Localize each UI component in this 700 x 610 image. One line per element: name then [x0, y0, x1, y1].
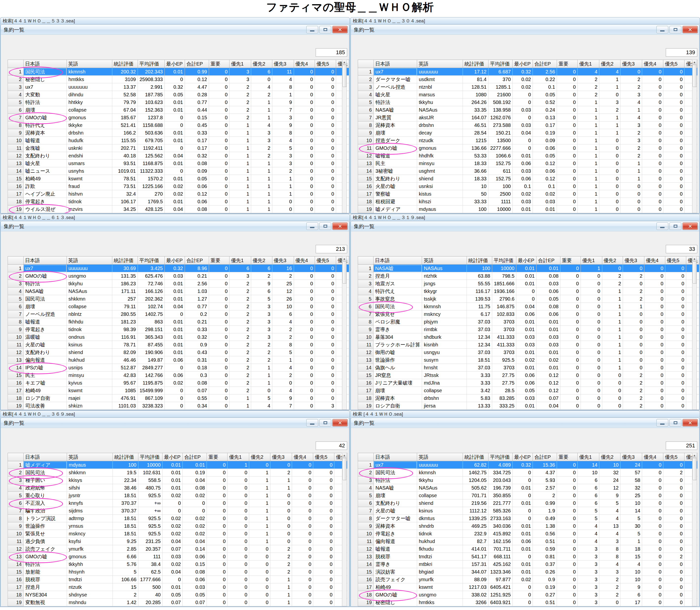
column-header[interactable]: 最小EP: [513, 453, 533, 461]
table-row[interactable]: 11火星の嘘ksinus78.7187.4550.010.9022800: [8, 341, 349, 349]
table-row[interactable]: 13嘘火星usmars93.511168.8750.010.08011300: [8, 160, 349, 167]
column-header[interactable]: 優先1: [228, 453, 249, 461]
table-row[interactable]: 7火星の嘘ksinus1112.12585.32601.90541400: [358, 507, 698, 515]
table-row[interactable]: 17崩壊collapse3.4228.50.050.12000200: [358, 387, 699, 395]
table-row[interactable]: 13民主minsyu18.33152.750.060.12010100: [358, 160, 698, 167]
column-header[interactable]: 重要: [561, 256, 581, 264]
table-row[interactable]: 5国民司法shkkmn257202.3620.011.270252600: [8, 295, 349, 303]
column-header[interactable]: 優先4: [642, 60, 663, 68]
column-header[interactable]: 優先4: [294, 256, 315, 264]
table-row[interactable]: 2GMOの嘘usngmo131.35625.4760.030.21032200: [8, 272, 349, 280]
scroll-down-arrow-icon[interactable]: ▼: [342, 410, 347, 410]
vertical-scroll-thumb[interactable]: [693, 458, 697, 480]
table-row[interactable]: 6支配終わりshiend219.56221.7770.010.990651000: [358, 499, 698, 507]
table-row[interactable]: 17捏造月ntzutk155000.010.03000100: [8, 583, 347, 591]
table-row[interactable]: 3特許法tkkyhu186.2372.7460.012.560292500: [8, 280, 349, 288]
column-header[interactable]: 英語: [67, 256, 112, 264]
column-header[interactable]: 平均評価: [138, 60, 165, 68]
column-header[interactable]: 優先1: [581, 256, 602, 264]
table-row[interactable]: 10停電起きtidnok232.9415.8920.010.56044500: [358, 530, 698, 537]
column-header[interactable]: 優先2: [251, 256, 272, 264]
table-row[interactable]: 14嘘ニュースusnyhs1019.0111322.33300.09011200: [8, 167, 349, 175]
search-window-titlebar[interactable]: 検索[４４１ＷＨＯ＿＿３０４.sea]: [350, 17, 700, 24]
column-header[interactable]: 優先3: [623, 256, 644, 264]
restore-button[interactable]: [319, 419, 331, 427]
vertical-scrollbar[interactable]: ▲ ▼: [342, 60, 347, 213]
table-row[interactable]: 2秘密隠しhmtkks310925908.33300.12030400: [8, 76, 349, 83]
column-header[interactable]: 優先5: [665, 256, 686, 264]
column-header[interactable]: 優先2: [249, 453, 270, 461]
column-header[interactable]: 優先3: [620, 60, 642, 68]
table-row[interactable]: 16火星の嘘usnksi101000.10.1010000: [358, 182, 698, 190]
column-header[interactable]: 合計EP: [533, 453, 557, 461]
table-row[interactable]: 12支配終わりendshi40.18125.5620.040.32012300: [8, 152, 349, 160]
minimize-button[interactable]: [656, 26, 668, 33]
table-row[interactable]: 14偽旗ヘルhrnsht37.0337030.010.01001000: [358, 364, 699, 371]
column-header[interactable]: 日本語: [23, 453, 67, 461]
table-row[interactable]: 1ux7uuuuuuu30.693.4250.328.960661600: [8, 264, 349, 272]
table-row[interactable]: 17ヘイブン廃止hishvn32.42700.020.12011100: [8, 190, 349, 198]
scroll-up-arrow-icon[interactable]: ▲: [342, 256, 347, 261]
column-header[interactable]: 日本語: [23, 60, 66, 68]
restore-button[interactable]: [669, 26, 681, 33]
column-header[interactable]: 優先5: [315, 60, 336, 68]
table-row[interactable]: 5事故窒息tsskjk139.532790.600.05001200: [358, 295, 699, 303]
table-row[interactable]: 7JR悪質akstJR164.071262.07600.13011400: [358, 114, 698, 122]
table-row[interactable]: 8泥棒資本drbshn46.51273.5880.030.17011300: [358, 122, 698, 129]
table-row[interactable]: 19ロシア自衛jiersa13.33333.250.010.04000200: [358, 402, 699, 410]
table-row[interactable]: 15支配終わりshiend18.33152.750.060.12010100: [358, 175, 698, 182]
table-row[interactable]: 18停電起きtidnok106.171769.50.010.06011000: [8, 198, 349, 206]
aggregation-window-titlebar[interactable]: 集約一覧 ✕: [351, 221, 699, 231]
search-window-titlebar[interactable]: 検索[４４１ＷＨＯ＿＿６１３.sea]: [0, 214, 350, 221]
column-header[interactable]: 平均評価: [138, 453, 163, 461]
table-row[interactable]: 3地震ガスjsngs55.551851.6660.010.03002000: [358, 280, 699, 288]
column-header[interactable]: 優先5: [313, 453, 334, 461]
column-header[interactable]: 最小EP: [516, 256, 536, 264]
table-row[interactable]: 9停電起きtidnok98.39298.1510.010.33023200: [8, 326, 349, 333]
table-row[interactable]: 15柏崎49kswmt78.511570.20.010.05011100: [8, 175, 349, 182]
table-row[interactable]: 4嘘火星marsus10802160000.05020300: [358, 91, 698, 98]
column-header[interactable]: 統計評価: [463, 60, 488, 68]
table-row[interactable]: 7GMOの嘘gmonus185.671237.800.15021300: [8, 114, 349, 122]
table-row[interactable]: 1嘘メディアmdyaus100100000.010.01010000: [8, 461, 347, 469]
column-header[interactable]: 優先1: [578, 453, 599, 461]
restore-button[interactable]: [669, 419, 681, 427]
column-header[interactable]: 優先5: [663, 453, 684, 461]
table-row[interactable]: 18泥棒資本drbshn5.8383.2850.030.07000200: [358, 395, 699, 402]
table-row[interactable]: 6崩壊collapse79.11102.740.040.770231000: [8, 303, 349, 310]
column-header[interactable]: 優先1: [230, 60, 251, 68]
table-row[interactable]: 12読売フェイクymurfk2.8520.3570.070.14000200: [8, 545, 347, 553]
column-header[interactable]: 統計評価: [463, 453, 488, 461]
table-row[interactable]: 19司法改善shkizn1101.033238.32300.34014703: [8, 402, 349, 410]
table-row[interactable]: 19変動無視mshndu1.4220.2850.070.07000100: [8, 599, 347, 606]
table-row[interactable]: 1国民司法kkmnsh200.32202.3430.010.990361100: [8, 68, 349, 76]
table-row[interactable]: 12御用の嘘usngyu37.0337030.010.01001000: [358, 349, 699, 356]
vertical-scrollbar[interactable]: ▲ ▼: [342, 256, 347, 410]
table-row[interactable]: 15民主minsyu42.83142.7660.060.3021200: [8, 371, 349, 379]
table-row[interactable]: 4政府紙幣sifshi38.46480.750.010.08001100: [8, 484, 347, 492]
minimize-button[interactable]: [306, 223, 318, 230]
column-header[interactable]: 最小EP: [163, 453, 183, 461]
column-header[interactable]: 優先2: [251, 60, 272, 68]
close-button[interactable]: ✕: [683, 223, 698, 230]
table-row[interactable]: 9世論操作yrnsus18.51925.50.020.02001000: [8, 522, 347, 530]
table-row[interactable]: 9泥棒資本shndrb469.25340.0360.011.3804133000: [358, 522, 698, 530]
column-header[interactable]: 合計EP: [183, 453, 207, 461]
table-row[interactable]: 4NASA嘘NASAus505.62196.7390.012.570612320…: [358, 484, 698, 492]
table-row[interactable]: 9泥棒資本drbshn166.2503.6360.010.33013800: [8, 129, 349, 137]
table-row[interactable]: 17警察嘘kistus5025000.020.02010000: [358, 190, 698, 198]
column-header[interactable]: 日本語: [23, 256, 66, 264]
column-header[interactable]: 合計EP: [536, 256, 561, 264]
search-window-titlebar[interactable]: 検索[４４１ＷＨＯ＿＿３６９.sea]: [0, 411, 350, 417]
table-row[interactable]: 1NASA嘘NASAus100100000.010.01010000: [358, 264, 699, 272]
table-row[interactable]: 18ロシア自衛rsajei476.91867.10900.55015900: [8, 395, 349, 402]
close-button[interactable]: ✕: [332, 26, 348, 33]
table-row[interactable]: 14IPSの嘘usnips512.872849.27700.18021400: [8, 364, 349, 371]
table-row[interactable]: 8ペロシ邪魔plsjym37.0337030.010.01001000: [358, 318, 699, 326]
table-row[interactable]: 11金塊嘘usknki202.711192.41100.17012500: [8, 144, 349, 152]
table-row[interactable]: 15演説妨害bhgiad344.071323.3460.010.26033100…: [358, 568, 698, 576]
table-row[interactable]: 8トランプ演説adtrmp18.51925.50.020.02001000: [8, 515, 347, 522]
table-row[interactable]: 10暴落304shdburk12.34411.3330.030.03001000: [358, 333, 699, 341]
column-header[interactable]: 優先2: [599, 453, 620, 461]
column-header[interactable]: 統計評価: [112, 256, 138, 264]
